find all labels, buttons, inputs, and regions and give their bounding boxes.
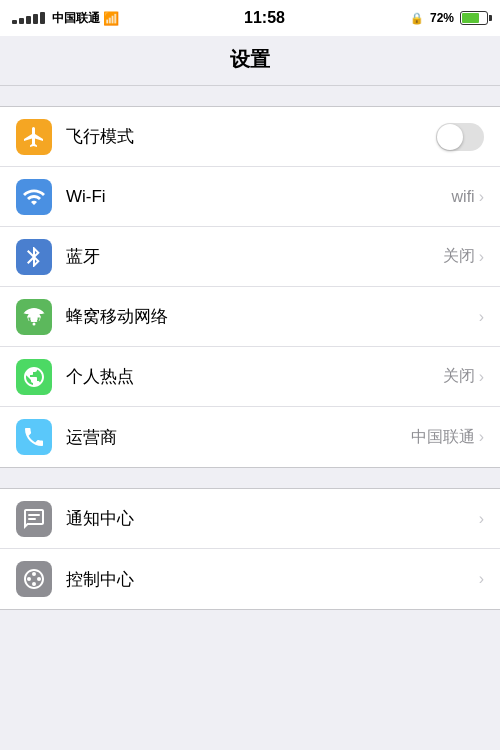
svg-point-0 bbox=[33, 322, 36, 325]
hotspot-icon bbox=[16, 359, 52, 395]
svg-rect-3 bbox=[28, 514, 40, 516]
wifi-right: wifi › bbox=[452, 188, 484, 206]
wifi-chevron: › bbox=[479, 188, 484, 206]
cellular-icon: ((●)) bbox=[16, 299, 52, 335]
wifi-value: wifi bbox=[452, 188, 475, 206]
wifi-icon bbox=[16, 179, 52, 215]
control-center-right: › bbox=[479, 570, 484, 588]
airplane-icon bbox=[16, 119, 52, 155]
battery-container bbox=[460, 11, 488, 25]
hotspot-chevron: › bbox=[479, 368, 484, 386]
status-bar: 中国联通 📶 11:58 🔒 72% bbox=[0, 0, 500, 36]
control-center-label: 控制中心 bbox=[66, 568, 479, 591]
bluetooth-row[interactable]: 蓝牙 关闭 › bbox=[0, 227, 500, 287]
signal-dots bbox=[12, 12, 45, 24]
control-center-icon bbox=[16, 561, 52, 597]
toggle-knob bbox=[437, 124, 463, 150]
hotspot-label: 个人热点 bbox=[66, 365, 443, 388]
lock-icon: 🔒 bbox=[410, 12, 424, 25]
connectivity-section: 飞行模式 Wi-Fi wifi › 蓝牙 关闭 › bbox=[0, 106, 500, 468]
battery-fill bbox=[462, 13, 479, 23]
carrier-label: 运营商 bbox=[66, 426, 411, 449]
svg-point-8 bbox=[32, 582, 36, 586]
carrier-row[interactable]: 运营商 中国联通 › bbox=[0, 407, 500, 467]
cellular-label: 蜂窝移动网络 bbox=[66, 305, 479, 328]
status-right: 🔒 72% bbox=[410, 11, 488, 25]
system-section: 通知中心 › 控制中心 › bbox=[0, 488, 500, 610]
cellular-row[interactable]: ((●)) 蜂窝移动网络 › bbox=[0, 287, 500, 347]
bluetooth-right: 关闭 › bbox=[443, 246, 484, 267]
hotspot-right: 关闭 › bbox=[443, 366, 484, 387]
svg-text:((●)): ((●)) bbox=[27, 313, 41, 321]
control-center-row[interactable]: 控制中心 › bbox=[0, 549, 500, 609]
carrier-icon bbox=[16, 419, 52, 455]
battery-box bbox=[460, 11, 488, 25]
carrier-value: 中国联通 bbox=[411, 427, 475, 448]
notifications-row[interactable]: 通知中心 › bbox=[0, 489, 500, 549]
bluetooth-label: 蓝牙 bbox=[66, 245, 443, 268]
status-left: 中国联通 📶 bbox=[12, 10, 119, 27]
airplane-toggle[interactable] bbox=[436, 123, 484, 151]
section-divider-top bbox=[0, 86, 500, 106]
cellular-chevron: › bbox=[479, 308, 484, 326]
control-center-chevron: › bbox=[479, 570, 484, 588]
notifications-chevron: › bbox=[479, 510, 484, 528]
notifications-icon bbox=[16, 501, 52, 537]
svg-point-5 bbox=[27, 577, 31, 581]
status-time: 11:58 bbox=[244, 9, 285, 27]
hotspot-row[interactable]: 个人热点 关闭 › bbox=[0, 347, 500, 407]
status-wifi-icon: 📶 bbox=[103, 11, 119, 26]
airplane-mode-row[interactable]: 飞行模式 bbox=[0, 107, 500, 167]
wifi-row[interactable]: Wi-Fi wifi › bbox=[0, 167, 500, 227]
svg-point-7 bbox=[32, 572, 36, 576]
battery-percent: 72% bbox=[430, 11, 454, 25]
svg-point-6 bbox=[37, 577, 41, 581]
notifications-right: › bbox=[479, 510, 484, 528]
carrier-label: 中国联通 bbox=[52, 10, 100, 27]
airplane-toggle-container[interactable] bbox=[436, 123, 484, 151]
bluetooth-chevron: › bbox=[479, 248, 484, 266]
bluetooth-icon bbox=[16, 239, 52, 275]
notifications-label: 通知中心 bbox=[66, 507, 479, 530]
section-divider-middle bbox=[0, 468, 500, 488]
wifi-label: Wi-Fi bbox=[66, 187, 452, 207]
cellular-right: › bbox=[479, 308, 484, 326]
svg-rect-4 bbox=[28, 518, 36, 520]
airplane-label: 飞行模式 bbox=[66, 125, 436, 148]
page-title: 设置 bbox=[0, 36, 500, 86]
hotspot-value: 关闭 bbox=[443, 366, 475, 387]
carrier-right: 中国联通 › bbox=[411, 427, 484, 448]
carrier-chevron: › bbox=[479, 428, 484, 446]
bluetooth-value: 关闭 bbox=[443, 246, 475, 267]
